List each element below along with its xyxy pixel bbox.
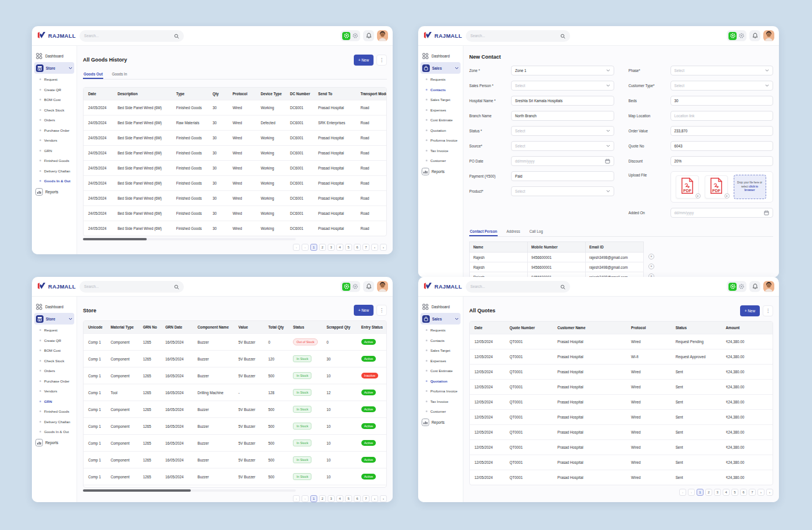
table-row[interactable]: 12/05/2024QT0001Prasad HospitalWiredSent… xyxy=(470,455,773,470)
table-row[interactable]: 24/05/2024Bed Side Panel Wired (6M)Finis… xyxy=(84,206,386,221)
field-order-value[interactable]: 233,870 xyxy=(670,126,774,136)
search-input[interactable]: Search... xyxy=(79,281,184,293)
page-button-4[interactable]: 4 xyxy=(336,495,343,502)
horizontal-scrollbar[interactable] xyxy=(83,489,296,492)
sidebar-item-delivery-challan[interactable]: Delivery Challan xyxy=(32,417,77,427)
sidebar-item-grn[interactable]: GRN xyxy=(32,396,77,407)
table-row[interactable]: 24/05/2024Bed Side Panel Wired (6M)Finis… xyxy=(84,191,386,206)
table-row[interactable]: 24/05/2024Bed Side Panel Wired (6M)Finis… xyxy=(84,221,386,236)
page-button-1[interactable]: 1 xyxy=(697,489,704,496)
notifications-button[interactable] xyxy=(363,30,374,41)
sidebar-item-bom-cost[interactable]: BOM Cost xyxy=(32,95,77,105)
field-branch-name[interactable]: North Branch xyxy=(511,111,614,121)
scrollbar-thumb[interactable] xyxy=(83,489,191,492)
table-row[interactable]: 24/05/2024Bed Side Panel Wired (6M)Finis… xyxy=(84,161,386,176)
scrollbar-thumb[interactable] xyxy=(83,238,147,240)
table-row[interactable]: Comp 1Component126516/05/2024Buzzer5V Bu… xyxy=(84,468,386,485)
page-button-5[interactable]: 5 xyxy=(731,489,738,496)
page-button-3[interactable]: 3 xyxy=(328,495,335,502)
table-row[interactable]: Rajesh9456600001rajesh3498@gmail.com xyxy=(470,262,644,272)
sidebar-item-goods-in-out[interactable]: Goods In & Out xyxy=(32,427,77,437)
field-po-date[interactable]: dd/mm/yyyy xyxy=(511,156,614,166)
pager-prev-icon[interactable]: › xyxy=(688,489,695,496)
table-row[interactable]: 12/05/2024QT0001Prasad HospitalWiredSent… xyxy=(470,410,773,425)
page-button-4[interactable]: 4 xyxy=(723,489,730,496)
sidebar-item-cost-estimate[interactable]: Cost Estimate xyxy=(418,115,463,125)
table-row[interactable]: Comp 1Component126516/05/2024Buzzer5V Bu… xyxy=(84,334,386,351)
field-discount[interactable]: 20% xyxy=(670,156,774,166)
table-row[interactable]: 12/05/2024QT0001Prasad HospitalWi-fiRequ… xyxy=(470,349,773,365)
integration-icon[interactable] xyxy=(728,32,737,40)
sidebar-item-bom-cost[interactable]: BOM Cost xyxy=(32,345,77,356)
integration-icon[interactable] xyxy=(342,283,350,291)
sidebar-item-finished-goods[interactable]: Finished Goods xyxy=(32,156,77,166)
user-avatar[interactable] xyxy=(763,30,774,41)
sidebar-item-vendors[interactable]: Vendors xyxy=(32,135,77,146)
sidebar-item-tax-invoice[interactable]: Tax Invoice xyxy=(418,146,463,156)
sidebar-item-requests[interactable]: Requests xyxy=(418,74,463,85)
pager-last-icon[interactable]: › xyxy=(380,244,387,251)
pager-first-icon[interactable]: › xyxy=(293,495,300,502)
table-row[interactable]: 12/05/2024QT0001Prasad HospitalWiredSent… xyxy=(470,365,773,380)
sidebar-item-cost-estimate[interactable]: Cost Estimate xyxy=(418,366,463,376)
search-input[interactable]: Search... xyxy=(466,281,570,293)
pager-prev-icon[interactable]: › xyxy=(302,495,309,502)
sidebar-item-sales[interactable]: Sales xyxy=(420,313,461,325)
page-button-5[interactable]: 5 xyxy=(345,244,352,251)
sidebar-item-finished-goods[interactable]: Finished Goods xyxy=(32,406,77,417)
table-row[interactable]: Comp 1Component126516/05/2024Buzzer5V Bu… xyxy=(84,435,386,452)
field-source[interactable]: Select xyxy=(511,141,614,151)
sidebar-item-quotation[interactable]: Quotation xyxy=(418,376,463,387)
page-button-6[interactable]: 6 xyxy=(354,495,361,502)
settings-gear-icon[interactable] xyxy=(352,33,358,39)
sidebar-item-tax-invoice[interactable]: Tax Invoice xyxy=(418,396,463,407)
sidebar-item-store[interactable]: Store xyxy=(34,313,74,325)
page-button-6[interactable]: 6 xyxy=(354,244,361,251)
integration-icon[interactable] xyxy=(728,283,737,291)
settings-gear-icon[interactable] xyxy=(738,283,745,290)
sidebar-item-store[interactable]: Store xyxy=(34,62,74,74)
sidebar-item-goods-in-out[interactable]: Goods In & Out xyxy=(32,176,77,186)
more-options-button[interactable]: ⋮ xyxy=(376,305,387,316)
page-button-2[interactable]: 2 xyxy=(319,495,326,502)
tab-goods-out[interactable]: Goods Out xyxy=(83,70,103,79)
remove-row-button[interactable]: × xyxy=(648,264,654,269)
table-row[interactable]: 12/05/2024QT0001Prasad HospitalWiredSent… xyxy=(470,380,773,395)
table-row[interactable]: 12/05/2024QT0001Prasad HospitalWiredSent… xyxy=(470,470,773,485)
table-row[interactable]: 24/05/2024Bed Side Panel Wired (6M)Finis… xyxy=(84,100,386,116)
field-zone[interactable]: Zone 1 xyxy=(511,66,614,75)
sidebar-item-expenses[interactable]: Expenses xyxy=(418,105,463,116)
sidebar-item-reports[interactable]: Reports xyxy=(418,166,463,178)
sidebar-item-request[interactable]: Request xyxy=(32,74,77,85)
sidebar-item-reports[interactable]: Reports xyxy=(418,417,463,428)
sidebar-item-customer[interactable]: Customer xyxy=(418,406,463,417)
tab-goods-in[interactable]: Goods In xyxy=(111,70,128,79)
pager-last-icon[interactable]: › xyxy=(380,495,387,502)
remove-file-button[interactable]: × xyxy=(724,193,730,199)
field-payment-500[interactable]: Paid xyxy=(511,171,614,181)
settings-gear-icon[interactable] xyxy=(352,283,358,290)
table-row[interactable]: Comp 1Component126516/05/2024Buzzer5V Bu… xyxy=(84,401,386,418)
notifications-button[interactable] xyxy=(749,30,760,41)
sidebar-item-dashboard[interactable]: Dashboard xyxy=(418,301,463,312)
sidebar-item-customer[interactable]: Customer xyxy=(418,156,463,166)
more-options-button[interactable]: ⋮ xyxy=(763,305,773,316)
page-button-2[interactable]: 2 xyxy=(319,244,326,251)
table-row[interactable]: Comp 1Tool126516/05/2024Drilling Machine… xyxy=(84,384,386,401)
table-row[interactable]: 12/05/2024QT0001Prasad HospitalWiredSent… xyxy=(470,425,773,440)
sidebar-item-request[interactable]: Request xyxy=(32,325,77,336)
table-row[interactable]: Comp 1Component126516/05/2024Buzzer5V Bu… xyxy=(84,485,386,488)
remove-row-button[interactable]: × xyxy=(648,254,654,259)
pager-first-icon[interactable]: › xyxy=(679,489,686,496)
sidebar-item-proforma-invoice[interactable]: Proforma Invoice xyxy=(418,386,463,396)
page-button-5[interactable]: 5 xyxy=(345,495,352,502)
sidebar-item-dashboard[interactable]: Dashboard xyxy=(32,50,77,62)
table-row[interactable]: Comp 1Component126516/05/2024Buzzer5V Bu… xyxy=(84,351,386,367)
sidebar-item-create-qr[interactable]: Create QR xyxy=(32,336,77,346)
sidebar-item-contacts[interactable]: Contacts xyxy=(418,85,463,95)
sidebar-item-contacts[interactable]: Contacts xyxy=(418,336,463,346)
sidebar-item-quotation[interactable]: Quotation xyxy=(418,125,463,136)
pager-next-icon[interactable]: › xyxy=(371,495,378,502)
field-customer-type[interactable]: Select xyxy=(670,81,774,91)
table-row[interactable]: Comp 1Component126516/05/2024Buzzer5V Bu… xyxy=(84,418,386,435)
